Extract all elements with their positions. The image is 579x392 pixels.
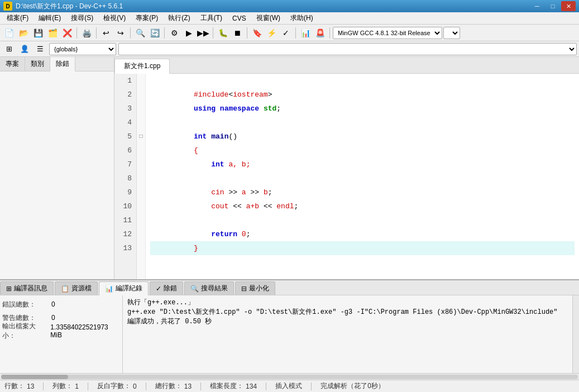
menu-window[interactable]: 視窗(W) bbox=[252, 12, 285, 24]
vertical-scrollbar[interactable] bbox=[572, 295, 579, 373]
compile-log-line-3: 編譯成功，共花了 0.50 秒 bbox=[127, 317, 568, 326]
toolbar-sep-8 bbox=[329, 27, 330, 39]
line-num-12: 12 bbox=[119, 227, 132, 241]
kw-return: return bbox=[211, 230, 237, 238]
menu-bar: 檔案(F) 編輯(E) 搜尋(S) 檢視(V) 專案(P) 執行(Z) 工具(T… bbox=[0, 12, 579, 25]
editor-area: 新文件1.cpp 1 2 3 4 5 6 7 8 9 10 11 12 13 bbox=[114, 57, 579, 279]
menu-search[interactable]: 搜尋(S) bbox=[66, 12, 98, 24]
bottom-panel: ⊞ 編譯器訊息 📋 資源檔 📊 編譯紀錄 ✓ 除錯 🔍 搜尋結果 ⊟ 最小化 錯… bbox=[0, 279, 579, 380]
scope-dropdown[interactable]: {globals} bbox=[49, 43, 116, 55]
compile-button[interactable]: ⚙ bbox=[168, 26, 181, 40]
editor-tab-file[interactable]: 新文件1.cpp bbox=[114, 59, 170, 74]
horizontal-scrollbar[interactable] bbox=[0, 373, 579, 380]
fold-5[interactable]: □ bbox=[137, 130, 145, 144]
minimize-button[interactable]: ─ bbox=[530, 1, 544, 11]
toolbar-sep-1 bbox=[76, 27, 77, 39]
maximize-button[interactable]: □ bbox=[545, 1, 560, 11]
status-sep-3 bbox=[146, 383, 146, 390]
num-zero: 0 bbox=[242, 230, 246, 238]
print-button[interactable]: 🖨️ bbox=[80, 26, 93, 40]
code-line-8: cin >> a >> b; bbox=[150, 171, 575, 185]
bottom-tab-search[interactable]: 🔍 搜尋結果 bbox=[184, 281, 234, 295]
title-bar-controls[interactable]: ─ □ ✕ bbox=[530, 1, 576, 11]
toggle-button[interactable]: ☰ bbox=[34, 43, 47, 55]
bookmark-button[interactable]: 🔖 bbox=[250, 26, 264, 40]
status-parse: 完成解析（花了0秒） bbox=[320, 381, 385, 391]
compiler-dropdown[interactable]: MinGW GCC 4.8.1 32-bit Release bbox=[333, 27, 442, 39]
left-tab-class[interactable]: 類別 bbox=[25, 57, 50, 71]
fold-10 bbox=[137, 199, 145, 213]
status-total-rows-label: 總行數： bbox=[155, 381, 182, 391]
menu-view[interactable]: 檢視(V) bbox=[99, 12, 130, 24]
line-num-6: 6 bbox=[119, 144, 132, 157]
line-num-13: 13 bbox=[119, 241, 132, 255]
member-button[interactable]: 👤 bbox=[18, 43, 31, 55]
menu-file[interactable]: 檔案(F) bbox=[2, 12, 33, 24]
fold-6 bbox=[137, 144, 145, 157]
save-button[interactable]: 💾 bbox=[31, 26, 45, 40]
status-rows-val: 13 bbox=[27, 383, 34, 390]
search-icon: 🔍 bbox=[190, 285, 199, 293]
run-button[interactable]: ▶ bbox=[182, 26, 195, 40]
status-cols-label: 列數： bbox=[52, 381, 73, 391]
compile-run-button[interactable]: ▶▶ bbox=[197, 26, 210, 40]
bottom-tab-resource[interactable]: 📋 資源檔 bbox=[55, 281, 98, 295]
line-num-4: 4 bbox=[119, 116, 132, 130]
stop-button[interactable]: ⏹ bbox=[231, 26, 244, 40]
menu-edit[interactable]: 編輯(E) bbox=[34, 12, 65, 24]
bottom-tab-compile-log[interactable]: 📊 編譯紀錄 bbox=[99, 281, 149, 295]
code-editor[interactable]: 1 2 3 4 5 6 7 8 9 10 11 12 13 □ bbox=[114, 74, 579, 279]
save-all-button[interactable]: 🗂️ bbox=[46, 26, 59, 40]
secondary-toolbar: ⊞ 👤 ☰ {globals} bbox=[0, 41, 579, 57]
class-browse-button[interactable]: ⊞ bbox=[2, 43, 16, 55]
status-file-len-label: 檔案長度： bbox=[210, 381, 243, 391]
app-icon: D bbox=[3, 2, 12, 11]
brace-open: { bbox=[194, 146, 198, 155]
compile-log-line-2: g++.exe "D:\test\新文件1.cpp" -o "D:\test\新… bbox=[127, 307, 568, 317]
left-tab-project[interactable]: 專案 bbox=[0, 57, 25, 71]
menu-project[interactable]: 專案(P) bbox=[131, 12, 162, 24]
main-content: 專案 類別 除錯 新文件1.cpp 1 2 3 4 5 6 7 8 9 10 bbox=[0, 57, 579, 279]
bottom-tab-debug[interactable]: ✓ 除錯 bbox=[150, 281, 183, 295]
compiler-msg-label: 編譯器訊息 bbox=[14, 284, 47, 293]
error-button[interactable]: 🚨 bbox=[313, 26, 327, 40]
toolbar-sep-4 bbox=[164, 27, 165, 39]
options-button[interactable]: ⚡ bbox=[265, 26, 278, 40]
status-total-rows: 總行數： 13 bbox=[155, 381, 192, 391]
status-insert-label: 插入模式 bbox=[275, 381, 302, 391]
line-num-2: 2 bbox=[119, 88, 132, 102]
status-sep-2 bbox=[88, 383, 88, 390]
check-button[interactable]: ✓ bbox=[279, 26, 293, 40]
bottom-tab-minimize[interactable]: ⊟ 最小化 bbox=[235, 281, 275, 295]
bottom-tab-compiler-msg[interactable]: ⊞ 編譯器訊息 bbox=[0, 281, 54, 295]
left-panel: 專案 類別 除錯 bbox=[0, 57, 114, 279]
function-dropdown[interactable] bbox=[118, 43, 577, 55]
platform-dropdown[interactable]: ▼ bbox=[443, 27, 460, 39]
line-num-5: 5 bbox=[119, 130, 132, 144]
fold-2 bbox=[137, 88, 145, 102]
menu-run[interactable]: 執行(Z) bbox=[164, 12, 194, 24]
debug-button[interactable]: 🐛 bbox=[216, 26, 229, 40]
fold-12 bbox=[137, 227, 145, 241]
replace-button[interactable]: 🔄 bbox=[148, 26, 161, 40]
kw-include: #include bbox=[194, 90, 228, 99]
redo-button[interactable]: ↪ bbox=[114, 26, 127, 40]
profile-button[interactable]: 📊 bbox=[299, 26, 312, 40]
find-button[interactable]: 🔍 bbox=[133, 26, 147, 40]
compile-log-content[interactable]: 執行「g++.exe...」 g++.exe "D:\test\新文件1.cpp… bbox=[123, 295, 572, 373]
status-cols: 列數： 1 bbox=[52, 381, 79, 391]
h-scroll-thumb[interactable] bbox=[1, 375, 68, 379]
debug-icon: ✓ bbox=[156, 285, 161, 293]
left-tab-debug[interactable]: 除錯 bbox=[50, 57, 75, 71]
menu-tools[interactable]: 工具(T) bbox=[196, 12, 227, 24]
close-file-button[interactable]: ❌ bbox=[60, 26, 74, 40]
new-button[interactable]: 📄 bbox=[2, 26, 16, 40]
menu-cvs[interactable]: CVS bbox=[228, 13, 251, 23]
menu-help[interactable]: 求助(H) bbox=[286, 12, 318, 24]
undo-button[interactable]: ↩ bbox=[99, 26, 113, 40]
close-button[interactable]: ✕ bbox=[561, 1, 576, 11]
code-content[interactable]: #include<iostream> using namespace std; … bbox=[146, 74, 579, 279]
warning-count-label: 警告總數： bbox=[2, 313, 47, 323]
open-button[interactable]: 📂 bbox=[17, 26, 30, 40]
kw-using: using bbox=[194, 104, 216, 113]
